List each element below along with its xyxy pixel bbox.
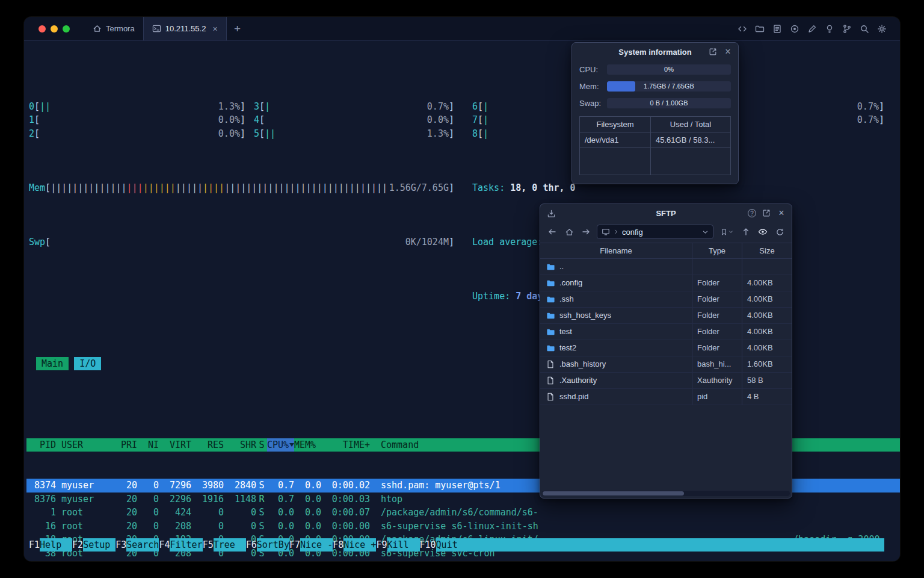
file-table: Filename Type Size ...configFolder4.00KB… — [540, 243, 792, 405]
refresh-icon[interactable] — [774, 226, 786, 238]
filesystem-table-header: Filesystem Used / Total — [580, 117, 730, 132]
forward-icon[interactable] — [580, 226, 592, 238]
progress-bar: 0 B / 1.00GB — [607, 98, 731, 108]
folder-icon[interactable] — [754, 23, 765, 34]
window-toolbar — [737, 17, 900, 40]
file-icon — [546, 360, 555, 369]
code-icon[interactable] — [737, 23, 747, 34]
function-key-F7[interactable]: F7Nice - — [289, 538, 333, 552]
folder-icon — [546, 328, 555, 337]
edit-icon[interactable] — [807, 23, 817, 34]
home-icon[interactable] — [563, 226, 575, 238]
system-information-panel: System information × CPU:0%Mem:1.75GB / … — [571, 42, 739, 184]
home-icon — [93, 24, 102, 33]
col-pri[interactable]: PRI — [116, 438, 137, 452]
open-in-window-icon[interactable] — [762, 208, 771, 218]
search-icon[interactable] — [859, 23, 869, 34]
file-row-test[interactable]: testFolder4.00KB — [540, 324, 792, 340]
tab-home-label: Termora — [106, 24, 135, 33]
bulb-icon[interactable] — [824, 23, 834, 34]
bookmark-caret-icon — [728, 229, 733, 234]
stat-swap: Swap:0 B / 1.00GB — [572, 95, 738, 111]
titlebar: Termora 10.211.55.2 × + — [24, 17, 900, 41]
col-filename[interactable]: Filename — [540, 243, 692, 258]
scrollbar-thumb[interactable] — [543, 491, 684, 496]
col-res[interactable]: RES — [191, 438, 224, 452]
chevron-down-icon[interactable] — [702, 229, 709, 235]
process-row-1[interactable]: 1root20042400S0.00.00:00.07/package/admi… — [26, 506, 900, 520]
current-directory[interactable]: config — [622, 228, 643, 237]
zoom-window-button[interactable] — [63, 25, 70, 33]
event-log-icon[interactable] — [772, 23, 782, 34]
mem-line: Mem[||||||||||||||||||||||||||||||||||||… — [29, 181, 884, 195]
col-size[interactable]: Size — [742, 243, 792, 258]
open-in-window-icon[interactable] — [708, 47, 718, 57]
col-type[interactable]: Type — [692, 243, 742, 258]
file-row-sshd.pid[interactable]: sshd.pidpid4 B — [540, 389, 792, 405]
folder-icon — [546, 263, 555, 272]
minimize-window-button[interactable] — [51, 25, 58, 33]
col-user[interactable]: USER — [61, 438, 116, 452]
settings-gear-icon[interactable] — [876, 23, 887, 34]
parent-directory-icon[interactable] — [740, 226, 752, 238]
col-used-total: Used / Total — [651, 117, 730, 132]
close-icon[interactable]: × — [723, 47, 733, 57]
new-tab-button[interactable]: + — [227, 17, 248, 40]
close-tab-icon[interactable]: × — [212, 25, 217, 33]
col-time[interactable]: TIME+ — [321, 438, 370, 452]
function-key-F5[interactable]: F5Tree — [203, 538, 246, 552]
file-row-.bash_history[interactable]: .bash_historybash_hi...1.60KB — [540, 356, 792, 373]
bookmark-icon[interactable] — [718, 226, 735, 238]
file-row-.config[interactable]: .configFolder4.00KB — [540, 275, 792, 291]
process-row-16[interactable]: 16root20020800S0.00.00:00.00s6-supervise… — [26, 520, 900, 533]
file-row-.Xauthority[interactable]: .XauthorityXauthority58 B — [540, 373, 792, 389]
function-key-F8[interactable]: F8Nice + — [333, 538, 376, 552]
path-breadcrumb-field[interactable]: config — [597, 225, 713, 239]
progress-bar: 1.75GB / 7.65GB — [607, 81, 731, 92]
file-row-.ssh[interactable]: .sshFolder4.00KB — [540, 291, 792, 308]
function-key-F9[interactable]: F9Kill — [376, 538, 419, 552]
horizontal-scrollbar[interactable] — [542, 491, 790, 496]
htop-tab-io[interactable]: I/O — [74, 357, 101, 371]
function-key-F1[interactable]: F1Help — [29, 538, 72, 552]
file-row-ssh_host_keys[interactable]: ssh_host_keysFolder4.00KB — [540, 308, 792, 324]
col-pid[interactable]: PID — [29, 438, 56, 452]
tab-home[interactable]: Termora — [84, 17, 143, 40]
col-cpu-sorted[interactable]: CPU% — [267, 438, 294, 452]
col-shr[interactable]: SHR — [224, 438, 256, 452]
htop-tab-main[interactable]: Main — [36, 357, 69, 371]
file-row-parent[interactable]: .. — [540, 259, 792, 275]
show-hidden-files-icon[interactable] — [757, 226, 769, 238]
traffic-lights — [24, 17, 84, 40]
close-icon[interactable]: × — [777, 208, 786, 218]
close-window-button[interactable] — [38, 25, 46, 33]
sftp-titlebar: SFTP ? × — [540, 204, 792, 222]
filesystem-table-empty — [580, 148, 730, 175]
git-branch-icon[interactable] — [842, 23, 852, 34]
col-ni[interactable]: NI — [137, 438, 159, 452]
col-state[interactable]: S — [256, 438, 267, 452]
tasks-value: 18, 0 thr, 0 — [510, 181, 581, 195]
col-mem[interactable]: MEM% — [294, 438, 321, 452]
process-row-39[interactable]: 39root20020800S0.00.00:00.00s6-supervise… — [26, 560, 900, 561]
tab-ssh-session[interactable]: 10.211.55.2 × — [143, 17, 227, 40]
help-icon[interactable]: ? — [748, 209, 756, 217]
function-key-F6[interactable]: F6SortBy — [246, 538, 289, 552]
download-icon[interactable] — [546, 208, 556, 218]
col-virt[interactable]: VIRT — [159, 438, 191, 452]
memory-meter: Mem[||||||||||||||||||||||||||||||||||||… — [29, 181, 454, 195]
filesystem-row[interactable]: /dev/vda1 45.61GB / 58.3... — [580, 132, 730, 148]
file-table-header: Filename Type Size — [540, 243, 792, 259]
cpu-meter-4: 4[0.0%] — [254, 113, 454, 127]
file-rows: ...configFolder4.00KB.sshFolder4.00KBssh… — [540, 259, 792, 405]
file-row-test2[interactable]: test2Folder4.00KB — [540, 340, 792, 356]
function-key-F3[interactable]: F3Search — [116, 538, 159, 552]
function-key-F10[interactable]: F10Quit — [420, 538, 469, 552]
sort-descending-icon — [289, 443, 294, 447]
folder-icon — [546, 295, 555, 304]
function-key-F4[interactable]: F4Filter — [159, 538, 202, 552]
screen-record-icon[interactable] — [789, 23, 799, 34]
function-key-F2[interactable]: F2Setup — [72, 538, 116, 552]
col-filesystem: Filesystem — [580, 117, 651, 132]
back-icon[interactable] — [546, 226, 558, 238]
